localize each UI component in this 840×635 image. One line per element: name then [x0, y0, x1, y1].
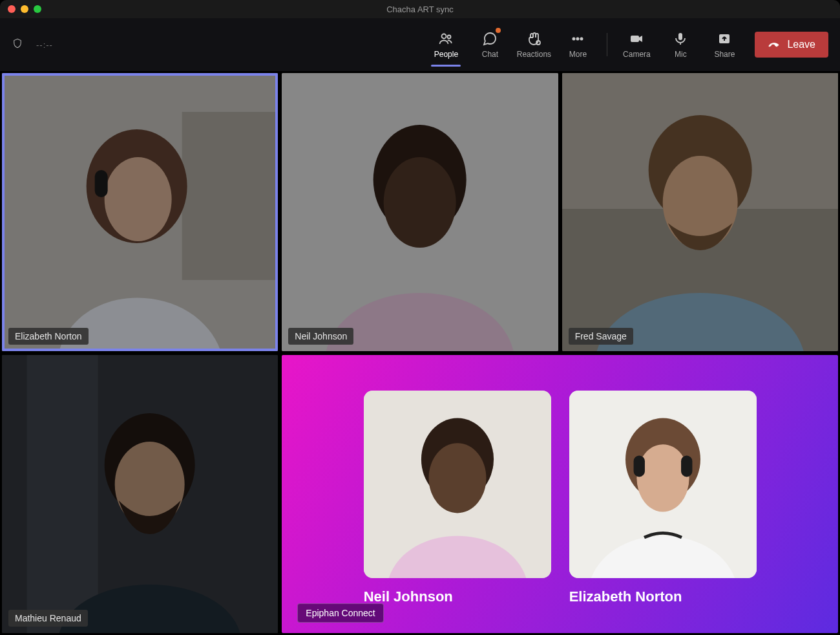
mic-icon [673, 30, 688, 47]
maximize-window-button[interactable] [34, 5, 41, 13]
svg-rect-7 [678, 33, 682, 40]
content-share-card: Neil Johnson [364, 391, 551, 605]
hangup-icon [768, 38, 781, 51]
more-icon [570, 30, 585, 47]
mic-button[interactable]: Mic [659, 25, 702, 64]
minimize-window-button[interactable] [21, 5, 28, 13]
chat-icon [482, 30, 498, 47]
toolbar-divider [607, 33, 607, 56]
participant-tile[interactable]: Mathieu Renaud [2, 355, 278, 633]
window-title: Chacha ART sync [0, 5, 840, 14]
close-window-button[interactable] [8, 5, 16, 13]
titlebar: Chacha ART sync [0, 0, 840, 18]
share-button[interactable]: Share [703, 25, 746, 64]
svg-rect-24 [562, 73, 838, 351]
people-label: People [434, 50, 458, 59]
svg-point-5 [581, 38, 583, 39]
video-placeholder [2, 355, 278, 633]
participant-tile[interactable]: Neil Johnson [282, 73, 558, 351]
chat-notification-dot [496, 28, 501, 33]
svg-point-0 [442, 34, 446, 39]
more-button[interactable]: More [556, 25, 599, 64]
svg-rect-6 [631, 36, 639, 42]
participant-name: Fred Savage [569, 328, 633, 345]
svg-point-32 [428, 443, 486, 513]
svg-rect-29 [2, 355, 278, 633]
content-share-tile[interactable]: Neil Johnson Elizab [282, 355, 838, 633]
video-grid: Elizabeth Norton Neil Johnson [0, 71, 840, 635]
share-icon [717, 30, 732, 47]
participant-tile[interactable]: Fred Savage [562, 73, 838, 351]
reactions-icon [526, 30, 541, 47]
share-label: Share [714, 50, 735, 59]
content-share-name: Neil Johnson [364, 588, 551, 605]
svg-point-3 [573, 38, 575, 39]
people-button[interactable]: People [425, 25, 467, 64]
camera-icon [629, 30, 644, 47]
shield-icon[interactable] [12, 37, 23, 52]
content-share-row: Neil Johnson Elizab [301, 391, 819, 605]
participant-tile[interactable]: Elizabeth Norton [2, 73, 278, 351]
svg-rect-36 [633, 456, 644, 477]
window-controls [0, 5, 41, 13]
video-placeholder [2, 73, 278, 351]
svg-rect-37 [681, 456, 692, 477]
leave-button[interactable]: Leave [755, 32, 828, 58]
content-share-source: Epiphan Connect [297, 603, 383, 623]
video-placeholder [562, 73, 838, 351]
content-share-thumb [569, 391, 757, 578]
chat-button[interactable]: Chat [468, 25, 511, 64]
leave-label: Leave [787, 39, 815, 50]
svg-point-4 [577, 38, 579, 39]
toolbar-left: --:-- [12, 37, 53, 52]
participant-name: Elizabeth Norton [8, 328, 89, 345]
content-share-thumb [364, 391, 551, 578]
content-share-name: Elizabeth Norton [569, 588, 757, 605]
content-share-card: Elizabeth Norton [569, 391, 757, 605]
toolbar-right: People Chat Reactions More [425, 25, 828, 64]
svg-point-35 [636, 444, 689, 511]
mic-label: Mic [675, 50, 687, 59]
people-icon [438, 30, 454, 47]
meeting-toolbar: --:-- People Chat Reactions [0, 18, 840, 71]
reactions-button[interactable]: Reactions [512, 25, 555, 64]
svg-point-1 [448, 36, 451, 39]
svg-rect-15 [2, 73, 278, 351]
chat-label: Chat [482, 50, 498, 59]
more-label: More [569, 50, 587, 59]
video-placeholder [282, 73, 558, 351]
participant-name: Neil Johnson [288, 328, 353, 345]
svg-rect-19 [282, 73, 558, 351]
camera-button[interactable]: Camera [615, 25, 658, 64]
participant-name: Mathieu Renaud [8, 610, 88, 627]
camera-label: Camera [623, 50, 651, 59]
call-timer: --:-- [36, 40, 53, 50]
app-window: Chacha ART sync --:-- People Chat [0, 0, 840, 635]
reactions-label: Reactions [517, 50, 551, 59]
